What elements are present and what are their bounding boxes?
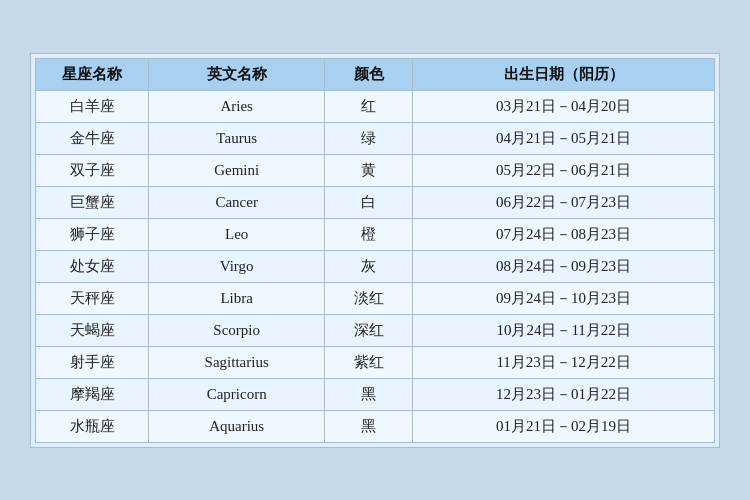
cell-zh: 巨蟹座 bbox=[36, 186, 149, 218]
cell-zh: 狮子座 bbox=[36, 218, 149, 250]
cell-date: 05月22日－06月21日 bbox=[413, 154, 715, 186]
cell-date: 11月23日－12月22日 bbox=[413, 346, 715, 378]
table-row: 天蝎座Scorpio深红10月24日－11月22日 bbox=[36, 314, 715, 346]
cell-color: 绿 bbox=[325, 122, 413, 154]
cell-zh: 天蝎座 bbox=[36, 314, 149, 346]
cell-zh: 射手座 bbox=[36, 346, 149, 378]
cell-color: 黑 bbox=[325, 378, 413, 410]
cell-zh: 白羊座 bbox=[36, 90, 149, 122]
cell-color: 深红 bbox=[325, 314, 413, 346]
cell-zh: 金牛座 bbox=[36, 122, 149, 154]
cell-date: 09月24日－10月23日 bbox=[413, 282, 715, 314]
table-row: 双子座Gemini黄05月22日－06月21日 bbox=[36, 154, 715, 186]
cell-date: 08月24日－09月23日 bbox=[413, 250, 715, 282]
table-row: 摩羯座Capricorn黑12月23日－01月22日 bbox=[36, 378, 715, 410]
cell-en: Sagittarius bbox=[149, 346, 325, 378]
cell-date: 01月21日－02月19日 bbox=[413, 410, 715, 442]
cell-zh: 天秤座 bbox=[36, 282, 149, 314]
table-row: 水瓶座Aquarius黑01月21日－02月19日 bbox=[36, 410, 715, 442]
cell-en: Cancer bbox=[149, 186, 325, 218]
cell-color: 黄 bbox=[325, 154, 413, 186]
zodiac-table-wrapper: 星座名称 英文名称 颜色 出生日期（阳历） 白羊座Aries红03月21日－04… bbox=[30, 53, 720, 448]
table-row: 白羊座Aries红03月21日－04月20日 bbox=[36, 90, 715, 122]
header-en: 英文名称 bbox=[149, 58, 325, 90]
cell-en: Aquarius bbox=[149, 410, 325, 442]
cell-color: 白 bbox=[325, 186, 413, 218]
table-row: 射手座Sagittarius紫红11月23日－12月22日 bbox=[36, 346, 715, 378]
cell-zh: 水瓶座 bbox=[36, 410, 149, 442]
header-date: 出生日期（阳历） bbox=[413, 58, 715, 90]
cell-en: Scorpio bbox=[149, 314, 325, 346]
cell-en: Virgo bbox=[149, 250, 325, 282]
header-zh: 星座名称 bbox=[36, 58, 149, 90]
table-row: 狮子座Leo橙07月24日－08月23日 bbox=[36, 218, 715, 250]
cell-date: 06月22日－07月23日 bbox=[413, 186, 715, 218]
table-row: 巨蟹座Cancer白06月22日－07月23日 bbox=[36, 186, 715, 218]
cell-en: Capricorn bbox=[149, 378, 325, 410]
cell-color: 紫红 bbox=[325, 346, 413, 378]
cell-color: 红 bbox=[325, 90, 413, 122]
header-color: 颜色 bbox=[325, 58, 413, 90]
cell-zh: 摩羯座 bbox=[36, 378, 149, 410]
cell-en: Aries bbox=[149, 90, 325, 122]
cell-en: Leo bbox=[149, 218, 325, 250]
cell-en: Gemini bbox=[149, 154, 325, 186]
cell-zh: 双子座 bbox=[36, 154, 149, 186]
cell-color: 橙 bbox=[325, 218, 413, 250]
zodiac-table: 星座名称 英文名称 颜色 出生日期（阳历） 白羊座Aries红03月21日－04… bbox=[35, 58, 715, 443]
cell-date: 03月21日－04月20日 bbox=[413, 90, 715, 122]
cell-date: 07月24日－08月23日 bbox=[413, 218, 715, 250]
cell-en: Libra bbox=[149, 282, 325, 314]
cell-color: 黑 bbox=[325, 410, 413, 442]
table-row: 天秤座Libra淡红09月24日－10月23日 bbox=[36, 282, 715, 314]
cell-en: Taurus bbox=[149, 122, 325, 154]
cell-color: 灰 bbox=[325, 250, 413, 282]
table-row: 处女座Virgo灰08月24日－09月23日 bbox=[36, 250, 715, 282]
cell-date: 10月24日－11月22日 bbox=[413, 314, 715, 346]
table-header-row: 星座名称 英文名称 颜色 出生日期（阳历） bbox=[36, 58, 715, 90]
cell-zh: 处女座 bbox=[36, 250, 149, 282]
cell-date: 04月21日－05月21日 bbox=[413, 122, 715, 154]
table-row: 金牛座Taurus绿04月21日－05月21日 bbox=[36, 122, 715, 154]
cell-date: 12月23日－01月22日 bbox=[413, 378, 715, 410]
cell-color: 淡红 bbox=[325, 282, 413, 314]
